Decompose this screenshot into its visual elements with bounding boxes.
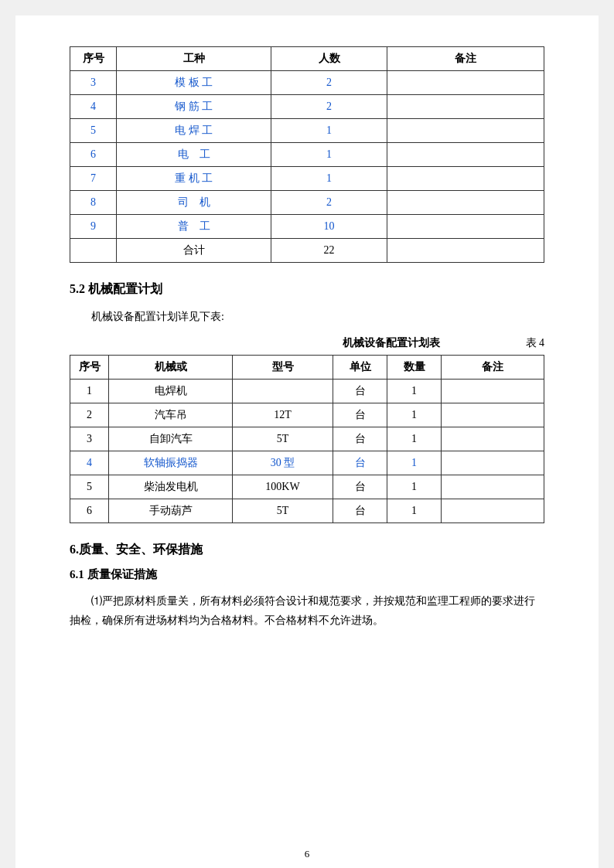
cell-mech: 软轴振捣器 [109,451,233,475]
cell-seq: 6 [70,499,109,523]
cell-seq: 3 [70,427,109,451]
cell-mech: 柴油发电机 [109,475,233,499]
cell-type: 重 机 工 [117,167,271,191]
cell-unit: 台 [333,403,387,427]
cell-note [387,143,544,167]
cell-mech: 自卸汽车 [109,427,233,451]
header2-note: 备注 [442,356,544,380]
section61-title: 6.1 质量保证措施 [70,567,544,582]
header2-unit: 单位 [333,356,387,380]
cell-seq: 1 [70,380,109,403]
cell-note [387,191,544,215]
section6-title: 6.质量、安全、环保措施 [70,542,544,558]
cell-note [387,119,544,143]
table2-number: 表 4 [498,336,544,350]
cell-count: 22 [271,239,387,263]
cell-note [442,427,544,451]
cell-seq: 5 [70,119,117,143]
table2-container: 序号 机械或 型号 单位 数量 备注 1电焊机台12汽车吊12T台13自卸汽车5… [70,355,544,523]
table-row: 4钢 筋 工2 [70,95,544,119]
table-row: 7重 机 工1 [70,167,544,191]
cell-count: 1 [271,119,387,143]
cell-count: 2 [271,71,387,95]
cell-mech: 电焊机 [109,380,233,403]
page-number: 6 [305,848,310,859]
cell-qty: 1 [387,499,442,523]
cell-note [387,167,544,191]
cell-note [387,95,544,119]
cell-seq: 6 [70,143,117,167]
cell-mech: 汽车吊 [109,403,233,427]
cell-type: 电 工 [117,143,271,167]
table2-label-row: 机械设备配置计划表 表 4 [70,336,544,350]
cell-note [442,475,544,499]
cell-seq: 4 [70,451,109,475]
cell-model: 30 型 [233,451,333,475]
cell-seq: 5 [70,475,109,499]
cell-note [387,71,544,95]
table-row: 3模 板 工2 [70,71,544,95]
cell-unit: 台 [333,380,387,403]
table-row: 合计22 [70,239,544,263]
cell-type: 普 工 [117,215,271,239]
cell-type: 钢 筋 工 [117,95,271,119]
table-row: 5电 焊 工1 [70,119,544,143]
cell-type: 电 焊 工 [117,119,271,143]
cell-qty: 1 [387,427,442,451]
section52-intro: 机械设备配置计划详见下表: [70,310,544,324]
cell-mech: 手动葫芦 [109,499,233,523]
cell-qty: 1 [387,380,442,403]
cell-note [442,380,544,403]
table-row: 2汽车吊12T台1 [70,403,544,427]
cell-seq: 8 [70,191,117,215]
cell-qty: 1 [387,451,442,475]
cell-type: 模 板 工 [117,71,271,95]
table2-label: 机械设备配置计划表 [284,336,498,350]
section61-paragraph1: ⑴严把原材料质量关，所有材料必须符合设计和规范要求，并按规范和监理工程师的要求进… [70,591,544,630]
cell-seq: 4 [70,95,117,119]
header2-mech: 机械或 [109,356,233,380]
cell-qty: 1 [387,475,442,499]
cell-unit: 台 [333,499,387,523]
cell-seq [70,239,117,263]
cell-unit: 台 [333,475,387,499]
cell-note [387,215,544,239]
cell-model [233,380,333,403]
header-note: 备注 [387,47,544,71]
page: 序号 工种 人数 备注 3模 板 工24钢 筋 工25电 焊 工16电 工17重… [15,15,599,868]
cell-seq: 7 [70,167,117,191]
page-footer: 6 [15,848,599,860]
header2-qty: 数量 [387,356,442,380]
cell-count: 1 [271,167,387,191]
cell-unit: 台 [333,427,387,451]
table-row: 6手动葫芦5T台1 [70,499,544,523]
machinery-table: 序号 机械或 型号 单位 数量 备注 1电焊机台12汽车吊12T台13自卸汽车5… [70,355,544,523]
cell-qty: 1 [387,403,442,427]
cell-seq: 2 [70,403,109,427]
table-row: 3自卸汽车5T台1 [70,427,544,451]
table-row: 1电焊机台1 [70,380,544,403]
cell-note [387,239,544,263]
table-row: 6电 工1 [70,143,544,167]
cell-count: 2 [271,191,387,215]
cell-type: 司 机 [117,191,271,215]
header-count: 人数 [271,47,387,71]
header-type: 工种 [117,47,271,71]
header2-seq: 序号 [70,356,109,380]
cell-note [442,499,544,523]
table-row: 8司 机2 [70,191,544,215]
cell-model: 12T [233,403,333,427]
cell-model: 5T [233,427,333,451]
cell-model: 5T [233,499,333,523]
section52-title: 5.2 机械配置计划 [70,281,544,298]
table1-container: 序号 工种 人数 备注 3模 板 工24钢 筋 工25电 焊 工16电 工17重… [70,46,544,263]
cell-note [442,403,544,427]
table-row: 4软轴振捣器30 型台1 [70,451,544,475]
cell-note [442,451,544,475]
cell-count: 1 [271,143,387,167]
cell-model: 100KW [233,475,333,499]
cell-seq: 3 [70,71,117,95]
cell-count: 10 [271,215,387,239]
table-row: 9普 工10 [70,215,544,239]
header2-model: 型号 [233,356,333,380]
